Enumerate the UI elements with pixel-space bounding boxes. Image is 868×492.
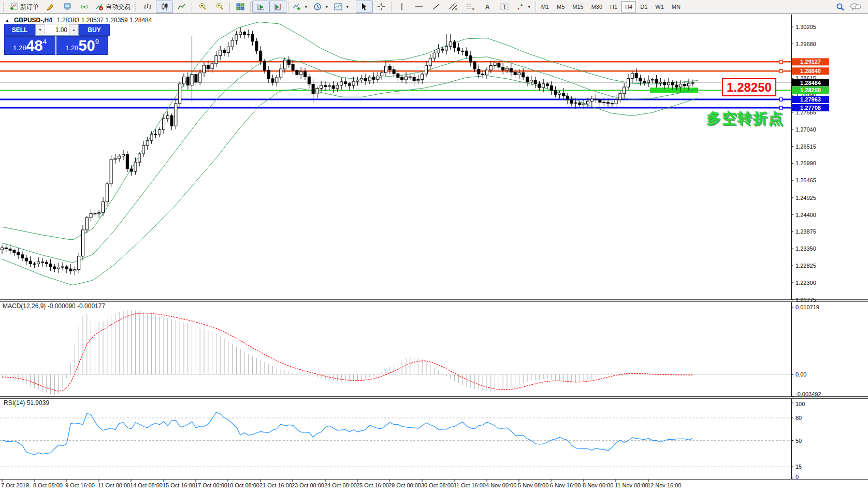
svg-text:1.28250: 1.28250: [800, 87, 821, 93]
price-axis-tick: 1.23350: [795, 245, 816, 252]
candle: [37, 262, 40, 264]
candle: [522, 73, 525, 77]
styles-button[interactable]: [41, 1, 59, 13]
zoom-in-button[interactable]: [194, 1, 211, 13]
line-handle[interactable]: [779, 98, 783, 101]
candle: [461, 51, 464, 51]
candle: [259, 51, 262, 61]
candle: [179, 84, 181, 104]
candle: [457, 48, 460, 51]
candle: [635, 73, 638, 78]
candle: [122, 154, 125, 156]
tab-timeframe-H1[interactable]: H1: [606, 1, 621, 12]
chat-icon[interactable]: [850, 3, 861, 11]
highlighted-trend-segment[interactable]: [650, 88, 698, 93]
vertical-line-button[interactable]: [394, 1, 411, 13]
tab-timeframe-M15[interactable]: M15: [569, 1, 587, 12]
indicators-dropdown[interactable]: ▼: [290, 1, 311, 13]
candle: [126, 154, 128, 169]
zoom-out-button[interactable]: [211, 1, 228, 13]
tab-timeframe-M5[interactable]: M5: [553, 1, 568, 12]
candle: [377, 76, 379, 80]
candle: [368, 77, 371, 81]
svg-text:1.28484: 1.28484: [800, 80, 821, 86]
horizontal-line-button[interactable]: [411, 1, 428, 13]
tab-timeframe-H4[interactable]: H4: [621, 1, 636, 12]
time-axis-label: 18 Oct 08:00: [227, 482, 259, 488]
candle: [195, 75, 197, 82]
cursor-icon: [360, 3, 368, 11]
time-axis-label: 12 Nov 16:00: [647, 482, 681, 488]
market-watch-button[interactable]: [59, 1, 76, 13]
macd-label: MACD(12,26,9) -0.000090 -0.000177: [3, 302, 105, 310]
candle: [466, 51, 468, 55]
candle: [590, 99, 593, 101]
candle: [255, 41, 258, 51]
line-chart-button[interactable]: [173, 1, 190, 13]
candle: [199, 73, 201, 82]
templates-dropdown[interactable]: ▼: [331, 1, 352, 13]
horizontal-line-icon: [415, 3, 423, 11]
toolbar-separator: [354, 2, 354, 12]
fibonacci-button[interactable]: F: [462, 1, 479, 13]
volume-decrease-button[interactable]: ▼: [36, 24, 45, 35]
autoscroll-button[interactable]: [252, 1, 269, 13]
tab-timeframe-M1[interactable]: M1: [538, 1, 553, 12]
sell-price-tile[interactable]: 1.28484: [4, 36, 55, 55]
chart-shift-button[interactable]: [269, 1, 286, 13]
arrows-dropdown[interactable]: ▼: [513, 1, 534, 13]
candle: [231, 40, 234, 47]
crosshair-button[interactable]: [373, 1, 390, 13]
zoom-out-icon: [215, 3, 224, 11]
candle: [393, 70, 395, 74]
candle: [324, 85, 327, 86]
signals-button[interactable]: [76, 1, 93, 13]
symbol-period-label: GBPUSD-,H4: [14, 17, 52, 24]
cursor-button[interactable]: [356, 1, 373, 13]
equidistant-channel-button[interactable]: E: [445, 1, 462, 13]
buy-price-big: 50: [78, 38, 95, 53]
candlestick-chart-button[interactable]: [156, 1, 173, 13]
time-axis-label: 11 Nov 08:00: [615, 482, 648, 488]
volume-increase-button[interactable]: ▲: [69, 24, 78, 35]
sell-button[interactable]: SELL: [4, 24, 35, 36]
line-handle[interactable]: [779, 69, 783, 73]
search-icon[interactable]: [836, 3, 845, 11]
candle: [163, 119, 165, 129]
line-chart-icon: [178, 3, 186, 11]
candle: [473, 62, 476, 69]
candle: [45, 263, 48, 264]
tab-timeframe-MN[interactable]: MN: [668, 1, 684, 12]
svg-text:1.29127: 1.29127: [800, 59, 821, 65]
tab-timeframe-M30[interactable]: M30: [588, 1, 606, 12]
volume-value[interactable]: 1.00: [45, 24, 69, 35]
text-button[interactable]: A: [479, 1, 496, 13]
new-order-button[interactable]: 新订单: [7, 1, 41, 13]
bar-chart-button[interactable]: [139, 1, 156, 13]
candle: [114, 158, 117, 160]
dropdown-caret: ▼: [325, 5, 329, 9]
text-label-button[interactable]: T: [496, 1, 513, 13]
svg-text:1.27963: 1.27963: [800, 96, 821, 103]
line-handle[interactable]: [779, 60, 783, 63]
candle: [235, 35, 238, 40]
periods-dropdown[interactable]: ▼: [311, 1, 331, 13]
price-callout-box[interactable]: 1.28250: [722, 78, 776, 96]
tab-timeframe-W1[interactable]: W1: [652, 1, 668, 12]
candle: [514, 72, 516, 75]
candle: [78, 256, 80, 270]
tile-windows-button[interactable]: [232, 1, 249, 13]
price-axis-tick: 1.21775: [795, 297, 816, 303]
buy-price-tile[interactable]: 1.28509: [56, 36, 108, 55]
autotrading-button[interactable]: 自动交易: [93, 1, 133, 13]
zoom-in-icon: [198, 3, 207, 11]
time-axis-label: 25 Oct 16:00: [356, 482, 389, 488]
trendline-button[interactable]: [428, 1, 445, 13]
candle: [102, 202, 105, 213]
chinese-annotation[interactable]: 多空转折点: [706, 109, 784, 128]
candle: [146, 140, 149, 146]
symbol-collapse-icon[interactable]: ▲: [5, 18, 9, 23]
buy-button[interactable]: BUY: [79, 24, 110, 36]
tab-timeframe-D1[interactable]: D1: [636, 1, 651, 12]
candle: [320, 85, 323, 89]
